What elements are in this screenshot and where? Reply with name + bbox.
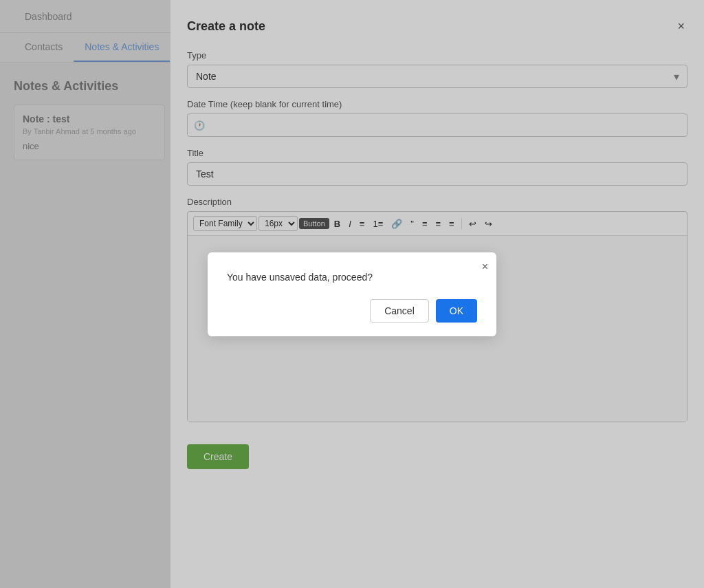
confirm-overlay: × You have unsaved data, proceed? Cancel…: [0, 0, 704, 588]
confirm-close-button[interactable]: ×: [482, 261, 488, 273]
cancel-button[interactable]: Cancel: [370, 299, 429, 323]
confirm-dialog: × You have unsaved data, proceed? Cancel…: [208, 252, 496, 336]
ok-button[interactable]: OK: [436, 299, 477, 323]
confirm-actions: Cancel OK: [227, 299, 477, 323]
confirm-message: You have unsaved data, proceed?: [227, 272, 477, 283]
